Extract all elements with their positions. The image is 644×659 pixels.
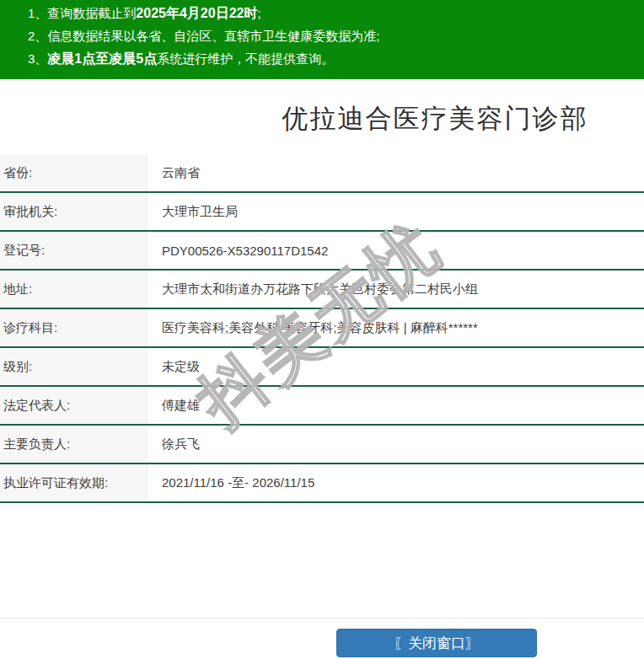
row-label: 诊疗科目: [0, 309, 148, 346]
table-row-province: 省份: 云南省 [0, 154, 644, 193]
row-label: 审批机关: [0, 193, 148, 230]
table-row-address: 地址: 大理市太和街道办万花路下段大关邑村委会第二村民小组 [0, 271, 644, 309]
notice-line-1: 1、查询数据截止到2025年4月20日22时; [28, 2, 636, 24]
row-label: 执业许可证有效期: [0, 464, 148, 501]
notice-3-suffix: 系统进行维护，不能提供查询。 [157, 51, 334, 66]
table-row-license-validity: 执业许可证有效期: 2021/11/16 -至- 2026/11/15 [0, 464, 644, 503]
row-value: 大理市太和街道办万花路下段大关邑村委会第二村民小组 [148, 271, 644, 308]
row-value: 云南省 [148, 154, 644, 191]
notice-1-bold: 2025年4月20日22时 [136, 6, 257, 20]
table-row-legal-representative: 法定代表人: 傅建雄 [0, 387, 644, 426]
notice-1-suffix: ; [257, 6, 260, 20]
row-label: 主要负责人: [0, 426, 148, 463]
notice-line-2: 2、信息数据结果以各省、自治区、直辖市卫生健康委数据为准; [28, 24, 636, 47]
row-value: 未定级 [148, 348, 644, 385]
row-value: 2021/11/16 -至- 2026/11/15 [148, 464, 644, 501]
notice-banner: 1、查询数据截止到2025年4月20日22时; 2、信息数据结果以各省、自治区、… [0, 0, 644, 79]
table-row-registration-number: 登记号: PDY00526-X53290117D1542 [0, 232, 644, 271]
row-label: 地址: [0, 271, 148, 308]
title-section: 优拉迪合医疗美容门诊部 [0, 79, 644, 154]
row-label: 级别: [0, 348, 148, 385]
row-label: 登记号: [0, 232, 148, 269]
notice-line-3: 3、凌晨1点至凌晨5点系统进行维护，不能提供查询。 [28, 47, 636, 70]
notice-2-prefix: 2、 [28, 29, 47, 43]
table-row-person-in-charge: 主要负责人: 徐兵飞 [0, 426, 644, 464]
row-value: 医疗美容科;美容外科;美容牙科;美容皮肤科 | 麻醉科****** [148, 309, 644, 346]
row-value: 傅建雄 [148, 387, 644, 424]
footer: 〖关闭窗口〗 ©本图由平台注册用户上传 [0, 619, 644, 659]
table-row-approval-authority: 审批机关: 大理市卫生局 [0, 193, 644, 232]
notice-1-text: 查询数据截止到 [47, 6, 136, 20]
query-result-page: 1、查询数据截止到2025年4月20日22时; 2、信息数据结果以各省、自治区、… [0, 0, 644, 659]
notice-3-bold: 凌晨1点至凌晨5点 [47, 51, 157, 66]
notice-1-prefix: 1、 [28, 6, 47, 20]
notice-2-text: 信息数据结果以各省、自治区、直辖市卫生健康委数据为准; [47, 29, 379, 43]
page-title: 优拉迪合医疗美容门诊部 [282, 101, 588, 137]
notice-3-prefix: 3、 [28, 51, 47, 66]
table-row-medical-subjects: 诊疗科目: 医疗美容科;美容外科;美容牙科;美容皮肤科 | 麻醉科****** [0, 309, 644, 348]
row-value: 大理市卫生局 [148, 193, 644, 230]
spacer [0, 503, 644, 618]
info-table: 省份: 云南省 审批机关: 大理市卫生局 登记号: PDY00526-X5329… [0, 154, 644, 503]
row-value: PDY00526-X53290117D1542 [148, 232, 644, 269]
row-label: 省份: [0, 154, 148, 191]
row-value: 徐兵飞 [148, 426, 644, 463]
close-window-button[interactable]: 〖关闭窗口〗 [336, 629, 537, 657]
table-row-level: 级别: 未定级 [0, 348, 644, 387]
row-label: 法定代表人: [0, 387, 148, 424]
